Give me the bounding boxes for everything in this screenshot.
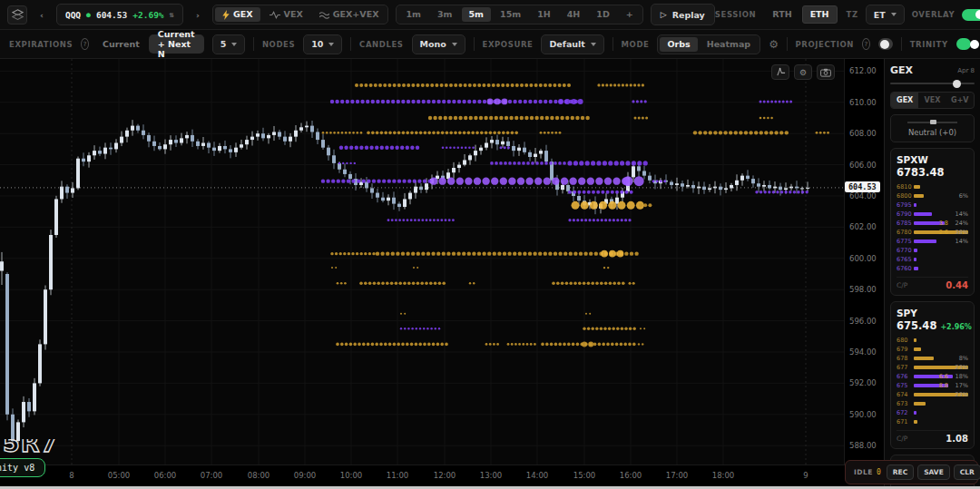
sentiment-slider[interactable] xyxy=(907,120,957,125)
timeframe-+[interactable]: + xyxy=(619,7,641,22)
exposure-mode-label: VEX xyxy=(284,7,303,22)
cursor-icon[interactable] xyxy=(771,64,789,80)
idle-label: IDLE xyxy=(854,468,873,476)
strike-label: 6785 xyxy=(897,220,914,227)
idle-count: 0 xyxy=(877,468,881,476)
replay-button[interactable]: ▷ Replay xyxy=(651,4,715,25)
slider-track xyxy=(890,83,975,84)
tab-g-v[interactable]: G+V xyxy=(946,93,974,108)
clr-button[interactable]: CLR xyxy=(954,465,980,480)
prev-ticker-button[interactable]: ‹ xyxy=(34,5,49,24)
price-tick: 602.00 xyxy=(849,222,877,231)
divider xyxy=(612,37,613,51)
projection-label: PROJECTION xyxy=(796,40,855,49)
strike-row: 67423% xyxy=(897,390,968,399)
mode-group: OrbsHeatmap xyxy=(657,34,760,54)
timeframe-1m[interactable]: 1m xyxy=(398,7,428,22)
gear-icon[interactable]: ⚙ xyxy=(769,38,779,51)
sidebar-date: Apr 8 xyxy=(957,67,975,74)
chart-area[interactable] xyxy=(0,59,844,465)
projection-toggle[interactable] xyxy=(878,38,893,50)
time-axis[interactable]: 805:0006:0007:0008:0009:0010:0011:0012:0… xyxy=(0,465,884,486)
exposure-mode-gex+vex[interactable]: GEX+VEX xyxy=(312,7,387,22)
timezone-select[interactable]: ET xyxy=(866,5,905,24)
price-tick: 604.00 xyxy=(849,191,877,200)
exposure-select[interactable]: Default xyxy=(541,34,603,54)
date-slider[interactable] xyxy=(890,79,975,88)
strike-row: 673 xyxy=(897,399,968,408)
strike-label: 6790 xyxy=(897,210,914,218)
gear-icon[interactable]: ⚙ xyxy=(794,64,812,80)
mode-heatmap[interactable]: Heatmap xyxy=(700,37,758,52)
ratio-label: C/P xyxy=(897,435,907,443)
price-tick: 588.00 xyxy=(849,441,877,450)
time-label: 8 xyxy=(69,471,74,480)
tab-gex[interactable]: GEX xyxy=(891,93,918,108)
strike-label: 676 xyxy=(897,373,914,380)
timeframe-1d[interactable]: 1D xyxy=(589,7,617,22)
expiration-current[interactable]: Current xyxy=(97,35,145,54)
nodes-select[interactable]: 10 xyxy=(303,34,342,54)
trinity-toggle[interactable] xyxy=(956,38,971,50)
price-tick: 610.00 xyxy=(849,98,877,107)
strike-pct: 17% xyxy=(956,382,968,389)
chart-tools: ⚙ xyxy=(771,64,835,80)
layers-icon[interactable] xyxy=(7,5,27,24)
timeframe-3m[interactable]: 3m xyxy=(430,7,460,22)
sort-icon[interactable]: ⇅ xyxy=(170,10,174,19)
nodes-label: NODES xyxy=(262,40,295,49)
timeframe-5m[interactable]: 5m xyxy=(462,7,492,22)
camera-icon[interactable] xyxy=(817,64,835,80)
mode-orbs[interactable]: Orbs xyxy=(660,37,697,52)
time-label: 09:00 xyxy=(294,471,317,480)
next-ticker-button[interactable]: › xyxy=(191,5,205,24)
ticker-pill[interactable]: QQQ ● 604.53 +2.69% ⇅ xyxy=(56,4,183,25)
strike-extra: 6.6 xyxy=(939,373,948,380)
timeframe-label: 1D xyxy=(596,7,610,22)
help-icon[interactable]: ? xyxy=(81,38,89,50)
replay-label: Replay xyxy=(672,10,705,20)
session-group: RTHETH xyxy=(763,4,838,25)
tab-vex[interactable]: VEX xyxy=(918,93,946,108)
divider xyxy=(474,37,475,51)
session-label: SESSION xyxy=(715,10,757,19)
session-eth[interactable]: ETH xyxy=(802,5,838,24)
card-price-row: 6783.48 xyxy=(897,166,968,179)
strike-row: 672 xyxy=(897,408,968,417)
expiration-n-select[interactable]: 5 xyxy=(212,34,246,54)
exposure-mode-vex[interactable]: VEX xyxy=(262,7,310,22)
strike-extra: 8.8 xyxy=(939,382,948,389)
price-tick: 612.00 xyxy=(849,66,877,75)
timeframe-4h[interactable]: 4H xyxy=(560,7,588,22)
waves-icon xyxy=(319,11,329,19)
strike-row: 677514% xyxy=(897,237,968,246)
strike-label: 677 xyxy=(897,364,914,371)
timezone-value: ET xyxy=(874,10,886,20)
price-axis[interactable]: 612.00610.00608.00606.00604.00602.00600.… xyxy=(844,59,884,465)
timeframe-label: + xyxy=(626,7,633,22)
timeframe-label: 1H xyxy=(537,7,551,22)
strike-bar xyxy=(914,194,924,198)
slider-knob[interactable] xyxy=(953,80,961,88)
strike-bar xyxy=(914,240,936,243)
exposure-value: Default xyxy=(549,39,584,49)
exposure-mode-gex[interactable]: GEX xyxy=(215,7,260,22)
candles-select[interactable]: Mono xyxy=(412,34,466,54)
timeframe-1h[interactable]: 1H xyxy=(530,7,558,22)
rec-button[interactable]: REC xyxy=(887,465,914,480)
session-rth[interactable]: RTH xyxy=(765,6,799,23)
expiration-current-next-n[interactable]: Current + Next N xyxy=(149,34,204,54)
timeframe-15m[interactable]: 15m xyxy=(493,7,528,22)
save-button[interactable]: SAVE xyxy=(917,465,950,480)
help-icon[interactable]: ? xyxy=(862,38,870,50)
overlay-toggle[interactable] xyxy=(962,9,980,21)
time-label: 18:00 xyxy=(712,471,735,480)
strike-bar xyxy=(914,258,916,261)
expiration-group: CurrentCurrent + Next N xyxy=(97,34,204,54)
strike-row: 6765 xyxy=(897,255,968,264)
ratio-value: 1.08 xyxy=(946,434,968,444)
strike-row: 6795 xyxy=(897,200,968,210)
strike-bar xyxy=(914,249,917,252)
timeframe-label: 4H xyxy=(567,7,581,22)
card-spy: SPY675.48+2.96%6806796788%67723%6766.618… xyxy=(890,301,975,449)
